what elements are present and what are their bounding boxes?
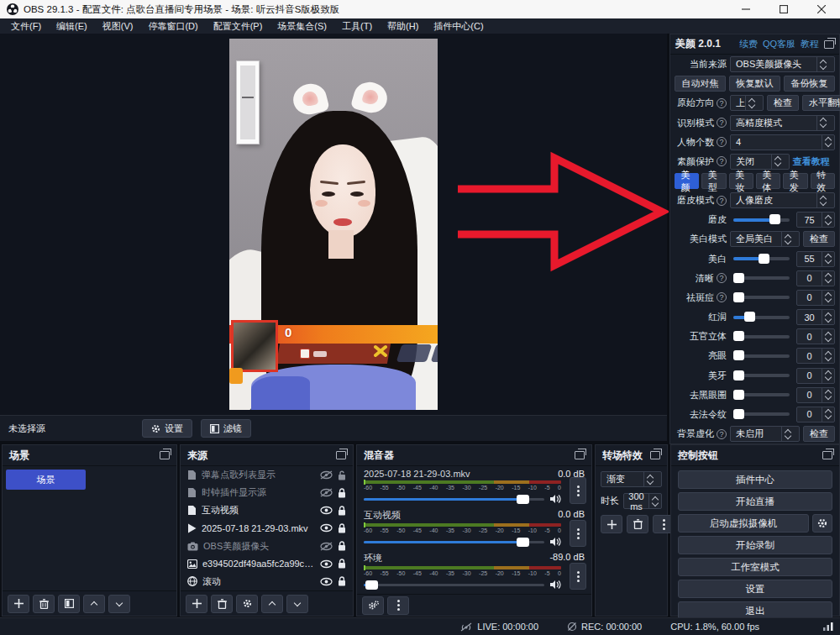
remove-source-button[interactable] (211, 595, 233, 613)
blemish-value-input[interactable]: 0 (796, 290, 835, 306)
source-row[interactable]: OBS美颜摄像头 (181, 538, 353, 555)
menu-docks[interactable]: 停靠窗口(D) (140, 18, 205, 34)
teeth-slider[interactable] (733, 374, 790, 377)
help-icon[interactable] (717, 98, 727, 108)
unlock-icon[interactable] (338, 470, 346, 480)
scene-filters-button[interactable] (58, 595, 80, 613)
remove-transition-button[interactable] (627, 515, 648, 533)
speaker-icon[interactable] (549, 494, 561, 504)
help-icon[interactable] (717, 273, 727, 283)
smooth-value-input[interactable]: 75 (796, 212, 835, 228)
lock-icon[interactable] (338, 506, 346, 516)
volume-slider-handle[interactable] (517, 495, 529, 504)
help-icon[interactable] (717, 137, 727, 147)
dark-circles-slider[interactable] (733, 393, 790, 396)
teeth-value-input[interactable]: 0 (796, 368, 835, 384)
restore-default-button[interactable]: 恢复默认 (729, 76, 780, 92)
contour-slider[interactable] (733, 335, 790, 338)
eye-slash-icon[interactable] (320, 542, 333, 551)
add-transition-button[interactable] (601, 515, 622, 533)
tab-reshape[interactable]: 美型 (701, 173, 726, 189)
mixer-channel-menu-button[interactable] (570, 520, 586, 547)
tab-beauty[interactable]: 美颜 (675, 173, 699, 189)
settings-button[interactable]: 设置 (678, 580, 832, 598)
menu-edit[interactable]: 编辑(E) (49, 18, 95, 34)
horizontal-flip-button[interactable]: 水平翻转 (802, 95, 840, 111)
maximize-button[interactable] (764, 0, 802, 18)
scene-down-button[interactable] (108, 595, 130, 613)
scene-list-item[interactable]: 场景 (6, 470, 86, 490)
popout-icon[interactable] (822, 451, 832, 459)
camera-preview[interactable]: 0 (229, 39, 438, 410)
popout-icon[interactable] (336, 451, 346, 459)
help-icon[interactable] (717, 196, 727, 206)
source-up-button[interactable] (261, 595, 283, 613)
start-recording-button[interactable]: 开始录制 (678, 536, 832, 554)
source-settings-button[interactable]: 设置 (142, 419, 192, 438)
tab-effects[interactable]: 特效 (811, 173, 835, 189)
eye-icon[interactable] (320, 523, 333, 533)
blemish-slider[interactable] (733, 296, 790, 299)
view-tutorial-link[interactable]: 查看教程 (793, 155, 830, 168)
tutorial-link[interactable]: 教程 (801, 38, 819, 50)
lock-icon[interactable] (338, 559, 346, 569)
lock-icon[interactable] (338, 541, 346, 551)
plugin-center-button[interactable]: 插件中心 (678, 470, 832, 489)
autofocus-button[interactable]: 自动对焦 (675, 76, 726, 92)
detect-mode-select[interactable]: 高精度模式 (730, 115, 835, 131)
source-filters-button[interactable]: 滤镜 (201, 419, 251, 438)
renew-link[interactable]: 续费 (739, 38, 758, 50)
source-down-button[interactable] (286, 595, 308, 613)
eye-icon[interactable] (320, 559, 333, 569)
add-source-button[interactable] (186, 595, 207, 613)
mixer-menu-button[interactable] (387, 596, 409, 615)
bright-eyes-slider[interactable] (733, 354, 790, 358)
source-row[interactable]: 滚动 (181, 573, 353, 590)
help-icon[interactable] (717, 292, 727, 302)
transition-duration-input[interactable]: 300 ms (623, 493, 662, 509)
smooth-slider[interactable] (733, 218, 790, 222)
source-row[interactable]: 互动视频 (181, 501, 353, 519)
orientation-select[interactable]: 上 (730, 95, 764, 111)
clarity-slider[interactable] (733, 276, 790, 280)
bg-blur-select[interactable]: 未启用 (730, 426, 800, 442)
studio-mode-button[interactable]: 工作室模式 (678, 558, 832, 576)
help-icon[interactable] (717, 429, 727, 439)
eye-icon[interactable] (320, 577, 333, 586)
speaker-icon[interactable] (549, 537, 561, 547)
whiten-check-button[interactable]: 检查 (803, 231, 835, 247)
minimize-button[interactable] (727, 0, 764, 18)
tab-makeup[interactable]: 美妆 (729, 173, 753, 189)
nasolabial-slider[interactable] (733, 412, 790, 416)
tab-body[interactable]: 美体 (756, 173, 780, 189)
contour-value-input[interactable]: 0 (796, 328, 835, 344)
volume-slider-handle[interactable] (365, 580, 378, 590)
start-streaming-button[interactable]: 开始直播 (678, 492, 832, 511)
source-row[interactable]: 时钟插件显示源 (181, 484, 353, 501)
scene-up-button[interactable] (83, 595, 105, 613)
menu-file[interactable]: 文件(F) (3, 18, 49, 34)
lock-icon[interactable] (338, 576, 346, 586)
face-protect-select[interactable]: 关闭 (730, 154, 790, 170)
help-icon[interactable] (717, 156, 727, 166)
volume-slider[interactable] (364, 584, 544, 586)
popout-icon[interactable] (575, 451, 585, 459)
orientation-check-button[interactable]: 检查 (767, 95, 799, 111)
popout-icon[interactable] (824, 40, 834, 49)
dark-circles-value-input[interactable]: 0 (796, 387, 835, 403)
preview-canvas[interactable]: 0 (0, 34, 667, 415)
close-button[interactable] (802, 0, 840, 18)
source-row[interactable]: 2025-07-18 21-29-03.mkv (181, 519, 353, 537)
mixer-channel-menu-button[interactable] (570, 563, 586, 590)
rosy-slider[interactable] (733, 316, 790, 319)
menu-scene-collection[interactable]: 场景集合(S) (270, 18, 334, 34)
source-properties-button[interactable] (236, 595, 258, 613)
volume-slider[interactable] (364, 541, 544, 543)
remove-scene-button[interactable] (33, 595, 55, 613)
eye-slash-icon[interactable] (320, 488, 333, 497)
menu-plugin-center[interactable]: 插件中心(C) (426, 18, 491, 34)
bright-eyes-value-input[interactable]: 0 (796, 348, 835, 364)
clarity-value-input[interactable]: 0 (796, 270, 835, 286)
rosy-value-input[interactable]: 30 (796, 309, 835, 325)
nasolabial-value-input[interactable]: 0 (796, 407, 835, 422)
